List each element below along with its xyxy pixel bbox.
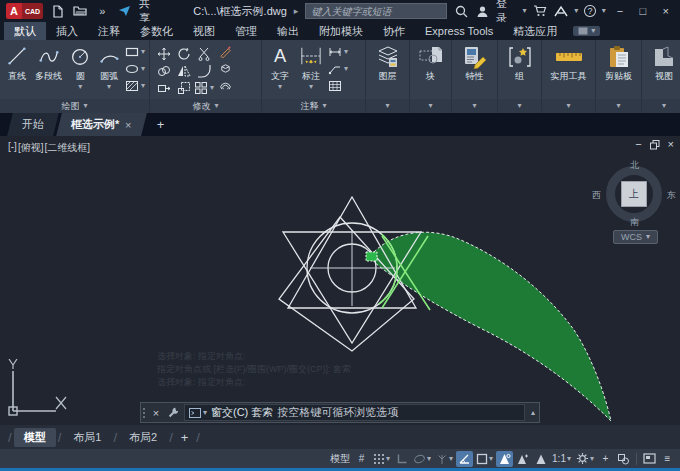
properties-panel-footer[interactable]: ▾ [452, 99, 497, 113]
open-folder-button[interactable] [72, 3, 87, 19]
app-menu-button[interactable]: A CAD [6, 3, 43, 19]
hatch-tool-button[interactable]: ▾ [125, 78, 145, 93]
erase-tool-button[interactable] [219, 44, 232, 59]
group-icon[interactable] [507, 44, 533, 70]
new-file-button[interactable] [50, 3, 65, 19]
utilities-icon[interactable] [554, 44, 584, 70]
drawing-tab-close-icon[interactable]: × [125, 119, 131, 131]
text-tool-button[interactable]: A 文字 ▾ [266, 43, 294, 91]
window-minimize-button[interactable]: − [612, 5, 629, 17]
scale-tool-button[interactable] [177, 81, 191, 95]
modify-panel-footer[interactable]: 修改▾ [150, 99, 261, 113]
leader-button[interactable]: ▾ [328, 61, 348, 76]
layout-tab-layout2[interactable]: 布局2 [119, 428, 167, 447]
line-tool-button[interactable]: 直线 [4, 43, 30, 83]
view-icon[interactable] [651, 44, 677, 70]
view-panel-footer[interactable]: ▾ [642, 99, 680, 113]
layers-panel-footer[interactable]: ▾ [366, 99, 409, 113]
grid-display-button[interactable]: # [353, 451, 370, 467]
ribbon-tab-output[interactable]: 输出 [267, 22, 309, 40]
ribbon-tab-annotate[interactable]: 注释 [88, 22, 130, 40]
polyline-tool-button[interactable]: 多段线 [32, 43, 66, 83]
properties-label[interactable]: 特性 [466, 70, 484, 83]
command-bar-customize-icon[interactable] [164, 406, 182, 419]
doc-dropdown-icon[interactable]: ▸ [294, 6, 299, 16]
command-history-expand-icon[interactable]: ▴ [527, 408, 539, 417]
quick-access-expand-icon[interactable]: » [95, 3, 110, 19]
view-label[interactable]: 视图 [655, 70, 673, 83]
viewcube-north-label[interactable]: 北 [630, 159, 639, 172]
draw-panel-footer[interactable]: 绘图▾ [0, 99, 149, 113]
ortho-mode-button[interactable] [393, 451, 410, 467]
block-icon[interactable] [418, 44, 444, 70]
search-icon[interactable] [454, 3, 469, 19]
ribbon-tab-parametric[interactable]: 参数化 [130, 22, 183, 40]
ribbon-tab-express[interactable]: Express Tools [415, 22, 503, 40]
annotation-scale-sync-button[interactable] [532, 451, 549, 467]
utilities-panel-footer[interactable]: ▾ [542, 99, 595, 113]
annotation-scale-button[interactable]: 1:1▾ [550, 451, 573, 467]
annotation-visibility-button[interactable] [496, 451, 513, 467]
recent-commands-icon[interactable]: ▾ [189, 408, 207, 418]
autodesk-caret-icon[interactable]: ▾ [574, 7, 578, 15]
ribbon-tab-view[interactable]: 视图 [183, 22, 225, 40]
drawing-area[interactable]: [-] [俯视] [二维线框] − × 上 北 南 西 东 WCS▾ [0, 136, 680, 425]
ribbon-tab-collaborate[interactable]: 协作 [373, 22, 415, 40]
ellipse-tool-button[interactable]: ▾ [125, 61, 145, 76]
doc-close-button[interactable]: × [668, 139, 674, 150]
viewport-visual-style-control[interactable]: [二维线框] [44, 141, 90, 155]
search-input[interactable] [305, 3, 447, 19]
annotation-autoscale-button[interactable] [514, 451, 531, 467]
fillet-tool-button[interactable] [197, 64, 211, 78]
isodraft-button[interactable]: ▾ [411, 451, 433, 467]
window-maximize-button[interactable]: □ [634, 5, 651, 17]
annotate-panel-footer[interactable]: 注释▾ [262, 99, 365, 113]
object-snap-button[interactable]: ▾ [474, 451, 495, 467]
file-tab-drawing[interactable]: 框选示例* × [56, 113, 146, 136]
polar-tracking-button[interactable] [456, 451, 473, 467]
workspace-switching-button[interactable]: ▾ [574, 451, 596, 467]
arc-tool-button[interactable]: 圆弧 ▾ [95, 43, 123, 91]
rectangle-tool-button[interactable]: ▾ [125, 44, 145, 59]
dimension-tool-button[interactable]: 标注 ▾ [296, 43, 326, 91]
clipboard-icon[interactable] [607, 44, 631, 70]
viewport-menu-control[interactable]: [-] [8, 141, 17, 155]
wcs-dropdown[interactable]: WCS▾ [613, 230, 658, 244]
text-caret-icon[interactable]: ▾ [278, 83, 282, 91]
doc-minimize-button[interactable]: − [635, 139, 641, 150]
trim-tool-button[interactable] [197, 47, 211, 61]
command-bar-drag-handle[interactable] [141, 403, 148, 422]
offset-tool-button[interactable] [219, 78, 232, 93]
autodesk-logo-icon[interactable] [553, 3, 568, 19]
store-cart-icon[interactable] [533, 3, 548, 19]
new-drawing-tab-button[interactable]: + [151, 117, 171, 132]
new-layout-button[interactable]: + [175, 430, 195, 445]
layout-tab-layout1[interactable]: 布局1 [63, 428, 111, 447]
group-panel-footer[interactable]: ▾ [498, 99, 541, 113]
properties-icon[interactable] [462, 44, 488, 70]
layers-icon[interactable] [375, 44, 401, 70]
table-button[interactable] [328, 78, 348, 93]
dimension-caret-icon[interactable]: ▾ [309, 83, 313, 91]
ribbon-tab-addins[interactable]: 附加模块 [309, 22, 373, 40]
viewport-view-control[interactable]: [俯视] [18, 141, 44, 155]
snap-mode-button[interactable]: ▾ [371, 451, 392, 467]
array-tool-button[interactable]: ▾ [194, 81, 214, 95]
isolate-objects-button[interactable] [615, 451, 632, 467]
help-caret-icon[interactable]: ▾ [602, 7, 606, 15]
viewcube-east-label[interactable]: 东 [667, 189, 676, 202]
stretch-tool-button[interactable] [157, 81, 171, 95]
clipboard-label[interactable]: 剪贴板 [605, 70, 632, 83]
viewcube-top-face[interactable]: 上 [621, 181, 647, 207]
layers-label[interactable]: 图层 [379, 70, 397, 83]
arc-caret-icon[interactable]: ▾ [107, 83, 111, 91]
ribbon-tab-home[interactable]: 默认 [4, 22, 46, 40]
viewcube[interactable]: 上 北 南 西 东 [602, 162, 666, 226]
doc-restore-button[interactable] [650, 140, 660, 150]
command-input[interactable]: ▾ 窗交(C) 套索 按空格键可循环浏览选项 [184, 404, 525, 421]
viewcube-south-label[interactable]: 南 [630, 216, 639, 229]
ribbon-display-toggle[interactable]: ▾ [573, 26, 600, 36]
customization-button[interactable]: + [597, 451, 614, 467]
group-label[interactable]: 组 [515, 70, 524, 83]
status-menu-button[interactable]: ≡ [659, 451, 676, 467]
